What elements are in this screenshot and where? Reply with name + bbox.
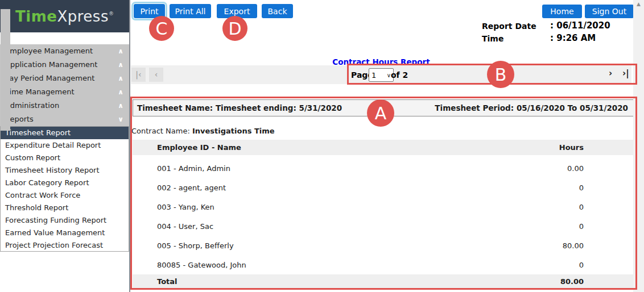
employee-column-header: Employee ID - Name <box>157 140 241 155</box>
chevron-icon: ∧ <box>118 85 123 99</box>
submenu-item[interactable]: Earned Value Management <box>1 227 129 239</box>
sidebar-menu-item-label: Employee Management <box>5 47 93 55</box>
hours-column-header: Hours <box>559 140 584 155</box>
sidebar-divider <box>129 0 130 292</box>
report-date-value: : 06/11/2020 <box>550 20 610 31</box>
scrollbar-thumb[interactable] <box>1 9 10 131</box>
table-row: 005 - Shorp, Befferly 80.00 <box>133 236 635 256</box>
employee-hours: 80.00 <box>563 236 584 256</box>
sidebar-menu-item[interactable]: Administration ∧ <box>0 99 129 112</box>
table-body: 001 - Admin, Admin 0.00 002 - agent, age… <box>133 159 635 275</box>
employee-hours: 0 <box>579 256 584 275</box>
print-all-button[interactable]: Print All <box>170 4 211 18</box>
sidebar-menu-item-label: Application Management <box>5 60 97 69</box>
scroll-up-icon[interactable]: ▲ <box>633 1 644 7</box>
time-label: Time <box>482 34 503 43</box>
table-column-header: Employee ID - Name Hours <box>133 140 635 155</box>
employee-id-name: 80085 - Gatewood, John <box>157 261 246 269</box>
employee-id-name: 005 - Shorp, Befferly <box>157 241 234 250</box>
submenu-item-label: Earned Value Management <box>5 228 105 237</box>
submenu-item-label: Timesheet Report <box>5 128 71 137</box>
submenu-item-label: Timesheet History Report <box>5 166 100 174</box>
vertical-scrollbar[interactable]: ▲ <box>633 0 644 292</box>
sidebar-menu-item[interactable]: Employee Management ∧ <box>0 44 129 58</box>
logo-text: TimeXpress® <box>15 8 114 25</box>
chevron-icon: ∧ <box>118 58 123 72</box>
submenu-item[interactable]: Timesheet History Report <box>1 164 129 177</box>
submenu-item[interactable]: Custom Report <box>1 152 129 164</box>
sidebar-menu-item[interactable]: Pay Period Management ∧ <box>0 72 129 85</box>
employee-id-name: 003 - Yang, Ken <box>157 203 214 211</box>
chevron-icon: ∧ <box>118 99 123 112</box>
table-row: 80085 - Gatewood, John 0 <box>133 256 635 275</box>
submenu-item[interactable]: Timesheet Report <box>1 127 129 139</box>
next-page-icon[interactable]: › <box>609 68 612 78</box>
table-row: 004 - User, Sac 0 <box>133 217 635 236</box>
sign-out-button[interactable]: Sign Out <box>585 5 634 18</box>
submenu-item-label: Threshold Report <box>5 203 68 212</box>
employee-id-name: 001 - Admin, Admin <box>157 164 230 173</box>
timexpress-app: TimeXpress® Employee Management ∧ Applic… <box>0 0 644 292</box>
sidebar-menu-item[interactable]: Application Management ∧ <box>0 58 129 72</box>
submenu-item[interactable]: Contract Work Force <box>1 189 129 202</box>
annotation-circle-d: D <box>222 16 247 41</box>
prev-page-icon[interactable]: ‹ <box>149 68 163 82</box>
home-button[interactable]: Home <box>542 5 582 18</box>
submenu-item-label: Project Projection Forecast <box>5 241 103 249</box>
report-date-label: Report Date <box>482 22 536 31</box>
total-value: 80.00 <box>560 274 584 289</box>
time-value: : 9:26 AM <box>550 33 596 43</box>
submenu-item-label: Contract Work Force <box>5 191 80 199</box>
contract-name-label: Contract Name: <box>131 127 192 135</box>
sidebar-menu-item-label: Administration <box>5 101 59 110</box>
first-page-icon[interactable]: |‹ <box>131 68 146 82</box>
export-button[interactable]: Export <box>217 4 257 18</box>
sidebar-menu-item[interactable]: Time Management ∧ <box>0 85 129 99</box>
last-page-icon[interactable]: ›| <box>622 68 629 78</box>
sidebar-menu-item-label: Time Management <box>5 87 75 96</box>
submenu-item[interactable]: Project Projection Forecast <box>1 239 129 252</box>
print-button[interactable]: Print <box>134 4 165 18</box>
employee-hours: 0 <box>579 198 584 217</box>
timesheet-name: Timesheet Name: Timesheet ending: 5/31/2… <box>137 100 342 116</box>
submenu-item-label: Expenditure Detail Report <box>5 141 101 149</box>
back-button[interactable]: Back <box>262 4 293 18</box>
submenu-item[interactable]: Labor Category Report <box>1 177 129 189</box>
page-select[interactable]: 1 ∨ <box>369 68 394 82</box>
annotation-circle-c: C <box>149 16 174 41</box>
submenu-item-label: Forecasting Funding Report <box>5 216 106 224</box>
timesheet-header-strip: Timesheet Name: Timesheet ending: 5/31/2… <box>133 99 634 116</box>
sidebar-menu: Employee Management ∧ Application Manage… <box>0 44 129 126</box>
table-row: 001 - Admin, Admin 0.00 <box>133 159 635 178</box>
employee-hours: 0.00 <box>567 159 584 178</box>
submenu-item-label: Custom Report <box>5 153 60 162</box>
timesheet-period: Timesheet Period: 05/16/2020 To 05/31/20… <box>435 100 628 116</box>
reports-submenu: Timesheet Report Expenditure Detail Repo… <box>0 126 129 252</box>
page-of-label: of 2 <box>391 69 408 82</box>
chevron-icon: ∧ <box>118 44 123 58</box>
employee-id-name: 002 - agent, agent <box>157 183 226 192</box>
sidebar-menu-item[interactable]: Reports ∨ <box>0 112 129 126</box>
app-logo: TimeXpress® <box>0 0 129 32</box>
contract-name-value: Investigations Time <box>192 127 275 135</box>
submenu-item[interactable]: Forecasting Funding Report <box>1 214 129 227</box>
submenu-item[interactable]: Threshold Report <box>1 202 129 214</box>
total-label: Total <box>157 274 177 289</box>
page-select-value: 1 <box>371 71 376 80</box>
table-row: 002 - agent, agent 0 <box>133 178 635 198</box>
chevron-icon: ∧ <box>118 72 123 85</box>
employee-hours: 0 <box>579 217 584 236</box>
chevron-down-icon: ∨ <box>387 72 391 78</box>
employee-hours: 0 <box>579 178 584 198</box>
table-total-row: Total 80.00 <box>133 274 635 289</box>
employee-id-name: 004 - User, Sac <box>157 222 213 231</box>
contract-name-line: Contract Name: Investigations Time <box>131 127 275 135</box>
table-row: 003 - Yang, Ken 0 <box>133 198 635 217</box>
sidebar-menu-item-label: Pay Period Management <box>5 74 94 82</box>
submenu-item[interactable]: Expenditure Detail Report <box>1 139 129 152</box>
chevron-icon: ∨ <box>118 112 123 126</box>
submenu-item-label: Labor Category Report <box>5 178 89 187</box>
